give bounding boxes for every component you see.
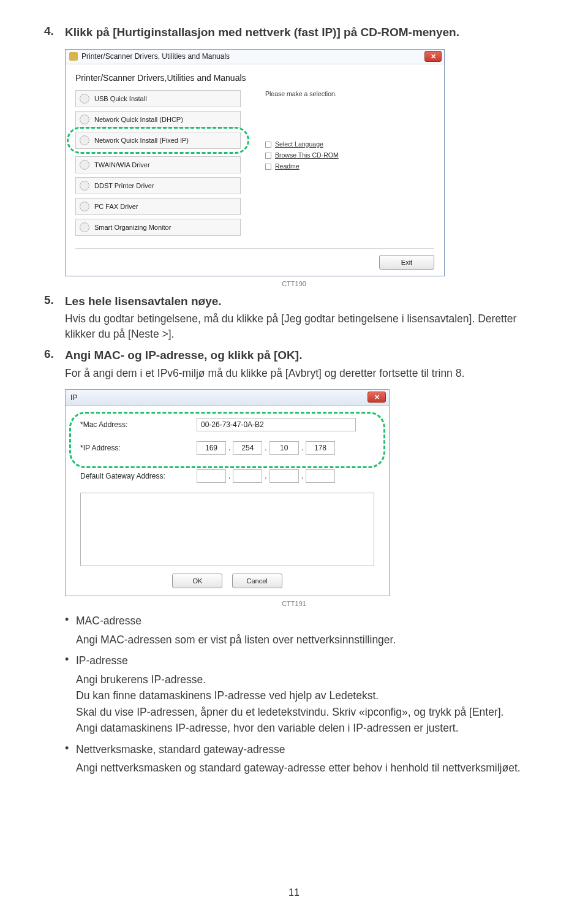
ip-dialog-titlebar: IP ✕ [66, 390, 389, 406]
ip-address-row: *IP Address: 169. 254. 10. 178 [80, 441, 374, 455]
bullet-icon: • [65, 653, 76, 669]
ip-dialog-screenshot: IP ✕ *Mac Address: 00-26-73-47-0A-B2 *IP… [65, 389, 544, 596]
readme-link[interactable]: Readme [265, 162, 434, 170]
step-5-body-row: Hvis du godtar betingelsene, må du klikk… [44, 311, 544, 341]
installer-titlebar: Printer/Scanner Drivers, Utilities and M… [66, 50, 444, 64]
gw-octet-3[interactable] [270, 469, 299, 483]
bullet-mask: • Nettverksmaske, standard gateway-adres… [65, 742, 544, 757]
highlighted-option-wrap: Network Quick Install (Fixed IP) [75, 132, 241, 149]
option-icon [80, 181, 89, 191]
option-usb-quick-install[interactable]: USB Quick Install [75, 90, 241, 107]
select-language-link[interactable]: Select Language [265, 140, 434, 148]
image-code-1: CTT190 [44, 280, 544, 287]
option-icon [80, 202, 89, 211]
installer-body: Printer/Scanner Drivers,Utilities and Ma… [66, 64, 444, 276]
dot-icon: . [226, 472, 233, 480]
option-label: Smart Organizing Monitor [94, 224, 171, 231]
option-pc-fax[interactable]: PC FAX Driver [75, 198, 241, 215]
option-label: Network Quick Install (Fixed IP) [94, 137, 189, 144]
ip-octet-1[interactable]: 169 [197, 441, 226, 455]
bullet-ip-title: IP-adresse [76, 653, 128, 669]
step-4-text: Klikk på [Hurtiginstallasjon med nettver… [65, 25, 459, 40]
ip-address-label: *IP Address: [80, 444, 197, 452]
checkbox-icon [265, 153, 271, 159]
dot-icon: . [299, 472, 306, 480]
step-6: 6. Angi MAC- og IP-adresse, og klikk på … [44, 347, 544, 363]
option-icon [80, 94, 89, 104]
ip-dialog-title-text: IP [70, 393, 77, 402]
installer-screenshot: Printer/Scanner Drivers, Utilities and M… [65, 49, 544, 276]
option-network-fixed-ip[interactable]: Network Quick Install (Fixed IP) [75, 132, 241, 149]
bullet-icon: • [65, 613, 76, 629]
mac-address-label: *Mac Address: [80, 420, 197, 429]
mac-address-row: *Mac Address: 00-26-73-47-0A-B2 [80, 418, 374, 431]
dot-icon: . [262, 472, 269, 480]
gateway-label: Default Gateway Address: [80, 472, 197, 480]
installer-options: USB Quick Install Network Quick Install … [75, 90, 241, 240]
option-label: USB Quick Install [94, 95, 147, 102]
ip-address-input[interactable]: 169. 254. 10. 178 [197, 441, 335, 455]
cancel-button[interactable]: Cancel [232, 574, 282, 588]
gateway-input[interactable]: . . . [197, 469, 335, 483]
bullet-mac-title: MAC-adresse [76, 613, 141, 629]
gateway-row: Default Gateway Address: . . . [80, 469, 374, 483]
gw-octet-4[interactable] [306, 469, 335, 483]
option-network-dhcp[interactable]: Network Quick Install (DHCP) [75, 111, 241, 128]
close-icon[interactable]: ✕ [368, 392, 386, 403]
step-5-lead: Les hele lisensavtalen nøye. [65, 294, 222, 309]
link-label: Readme [275, 162, 300, 170]
step-5-body: Hvis du godtar betingelsene, må du klikk… [65, 311, 544, 341]
step-4-number: 4. [44, 25, 65, 40]
step-6-body: For å angi dem i et IPv6-miljø må du kli… [65, 366, 464, 381]
close-icon[interactable]: ✕ [424, 51, 442, 62]
bullet-mac: • MAC-adresse [65, 613, 544, 629]
installer-titlebar-text: Printer/Scanner Drivers, Utilities and M… [81, 52, 230, 61]
bullet-icon: • [65, 742, 76, 757]
dot-icon: . [262, 444, 269, 452]
option-label: Network Quick Install (DHCP) [94, 116, 183, 123]
option-smart-organizing[interactable]: Smart Organizing Monitor [75, 219, 241, 236]
selection-prompt: Please make a selection. [265, 90, 434, 97]
installer-heading: Printer/Scanner Drivers,Utilities and Ma… [75, 73, 434, 83]
option-twain-wia[interactable]: TWAIN/WIA Driver [75, 156, 241, 173]
option-icon [80, 222, 89, 232]
option-icon [80, 160, 89, 170]
checkbox-icon [265, 142, 271, 148]
bullet-ip-line4: Angi datamaskinens IP-adresse, hvor den … [76, 721, 544, 736]
option-label: DDST Printer Driver [94, 182, 154, 189]
bullet-ip-line3: Skal du vise IP-adressen, åpner du et le… [76, 705, 544, 720]
bullet-mac-body: Angi MAC-adressen som er vist på listen … [76, 632, 544, 648]
page-number: 11 [0, 887, 588, 898]
gw-octet-1[interactable] [197, 469, 226, 483]
exit-button[interactable]: Exit [379, 255, 434, 270]
step-5: 5. Les hele lisensavtalen nøye. [44, 294, 544, 309]
ip-octet-4[interactable]: 178 [306, 441, 335, 455]
ok-button[interactable]: OK [172, 574, 222, 588]
gw-octet-2[interactable] [233, 469, 262, 483]
installer-window: Printer/Scanner Drivers, Utilities and M… [65, 49, 445, 276]
link-label: Browse This CD-ROM [275, 151, 339, 159]
step-6-number: 6. [44, 347, 65, 363]
ip-dialog-body: *Mac Address: 00-26-73-47-0A-B2 *IP Addr… [66, 406, 389, 574]
mac-address-input[interactable]: 00-26-73-47-0A-B2 [197, 418, 356, 431]
device-list [80, 493, 374, 566]
option-ddst-printer[interactable]: DDST Printer Driver [75, 177, 241, 194]
browse-cd-link[interactable]: Browse This CD-ROM [265, 151, 434, 159]
bullet-mask-body: Angi nettverksmasken og standard gateway… [76, 760, 544, 776]
bullet-ip-line2: Du kan finne datamaskinens IP-adresse ve… [76, 688, 544, 703]
step-6-body-row: For å angi dem i et IPv6-miljø må du kli… [44, 366, 544, 381]
option-label: PC FAX Driver [94, 203, 138, 210]
link-label: Select Language [275, 140, 323, 148]
installer-right-pane: Please make a selection. Select Language… [265, 90, 434, 240]
ip-octet-2[interactable]: 254 [233, 441, 262, 455]
ip-dialog-footer: OK Cancel [66, 574, 389, 596]
image-code-2: CTT191 [44, 600, 544, 607]
ip-octet-3[interactable]: 10 [270, 441, 299, 455]
option-icon [80, 135, 89, 145]
bullet-ip: • IP-adresse [65, 653, 544, 669]
checkbox-icon [265, 164, 271, 170]
installer-footer: Exit [75, 248, 434, 270]
bullet-mask-title: Nettverksmaske, standard gateway-adresse [76, 742, 285, 757]
dot-icon: . [226, 444, 233, 452]
option-label: TWAIN/WIA Driver [94, 161, 150, 169]
